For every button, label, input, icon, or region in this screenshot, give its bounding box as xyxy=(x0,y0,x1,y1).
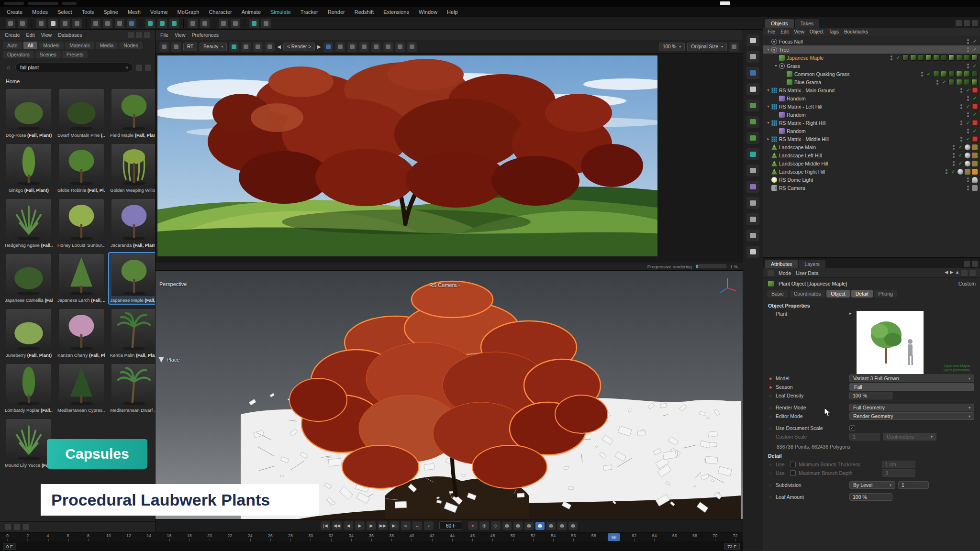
text-tool-icon[interactable] xyxy=(746,83,759,95)
model-dropdown[interactable]: Variant 3 Full-Grown▾ xyxy=(849,375,974,382)
next-frame-button[interactable]: ▶ xyxy=(367,521,376,530)
target-icon[interactable] xyxy=(746,148,759,160)
render-settings-icon[interactable] xyxy=(169,19,179,28)
attribute-tab-coordinates[interactable]: Coordinates xyxy=(790,290,825,298)
render-settings-icon[interactable] xyxy=(323,42,333,52)
tab-objects[interactable]: Objects xyxy=(765,19,794,28)
subdivision-field[interactable]: 1 xyxy=(898,481,929,489)
sound-button[interactable]: ♪ xyxy=(424,521,434,530)
visibility-dots-icon[interactable] xyxy=(946,169,947,174)
current-frame-field[interactable]: 60 F xyxy=(439,521,462,530)
move-tool-icon[interactable] xyxy=(746,34,759,46)
asset-item-japanese-maple[interactable]: Japanese Maple (Fall, ... xyxy=(108,252,155,305)
enabled-check-icon[interactable]: ✓ xyxy=(965,88,971,93)
tab-attributes[interactable]: Attributes xyxy=(765,260,798,268)
attribute-tab-detail[interactable]: Detail xyxy=(851,290,873,298)
visibility-dots-icon[interactable] xyxy=(967,112,969,117)
burger-icon[interactable] xyxy=(768,270,774,276)
live-selection-icon[interactable] xyxy=(36,19,46,28)
attribute-tab-object[interactable]: Object xyxy=(826,290,849,298)
coordinate-system-icon[interactable] xyxy=(127,19,136,28)
object-row-landscape-middle-hill[interactable]: Landscape Middle Hill✓ xyxy=(763,159,980,167)
visibility-dots-icon[interactable] xyxy=(960,104,962,109)
render-region-icon[interactable] xyxy=(746,213,759,225)
object-row-japanese-maple[interactable]: Japanese Maple✓ xyxy=(763,54,980,62)
mograph-icon[interactable] xyxy=(746,181,759,193)
object-row-random[interactable]: Random✓ xyxy=(763,94,980,102)
visibility-dots-icon[interactable] xyxy=(891,55,892,60)
sphere-icon[interactable] xyxy=(746,99,759,111)
material-swatch[interactable] xyxy=(956,79,962,85)
dome-tag-icon[interactable] xyxy=(972,177,978,183)
custom-label[interactable]: Custom xyxy=(958,281,976,287)
keyframe-selection-button[interactable]: ◇ xyxy=(491,521,501,530)
menu-volume[interactable]: Volume xyxy=(150,9,168,15)
lut-icon[interactable] xyxy=(407,42,417,52)
capsule-icon[interactable] xyxy=(261,19,271,28)
subdivision-dropdown[interactable]: By Level▾ xyxy=(849,481,895,489)
animate-dot-icon[interactable]: ○ xyxy=(768,496,773,499)
material-swatch[interactable] xyxy=(933,71,939,77)
material-swatch[interactable] xyxy=(941,71,947,77)
ipr-toggle-icon[interactable] xyxy=(229,42,239,52)
menu-simulate[interactable]: Simulate xyxy=(270,9,291,15)
render-view-menu-file[interactable]: File xyxy=(160,32,168,38)
enabled-check-icon[interactable]: ✓ xyxy=(972,39,978,44)
object-row-rs-matrix-main-ground[interactable]: ▾RS Matrix - Main Ground✓ xyxy=(763,86,980,94)
object-row-blue-grama[interactable]: Blue Grama✓ xyxy=(763,78,980,86)
asset-tab-all[interactable]: All xyxy=(23,42,38,49)
asset-item-japanese-camellia[interactable]: Japanese Camellia (Fal... xyxy=(3,252,55,305)
ab-prev-icon[interactable]: ◀ xyxy=(277,44,281,49)
object-manager-menu-bookmarks[interactable]: Bookmarks xyxy=(844,29,868,34)
enabled-check-icon[interactable]: ✓ xyxy=(965,104,971,109)
color-mixer-icon[interactable] xyxy=(383,42,393,52)
material-swatch[interactable] xyxy=(910,55,916,61)
modeling-axis-icon[interactable] xyxy=(219,19,228,28)
ab-next-icon[interactable]: ▶ xyxy=(317,44,321,49)
camera-label[interactable]: RS Camera ▾ xyxy=(429,282,460,288)
user-data-menu[interactable]: User Data xyxy=(796,270,818,276)
phong-tag-icon[interactable] xyxy=(965,161,970,166)
maximum-branch-depth-use-checkbox[interactable] xyxy=(790,470,796,476)
animate-dot-icon[interactable]: ○ xyxy=(768,427,773,430)
object-row-rs-camera[interactable]: RS Camera xyxy=(763,184,980,192)
render-view-menu-view[interactable]: View xyxy=(175,32,186,38)
place-tool-hud[interactable]: Place xyxy=(158,357,180,363)
cube-icon[interactable] xyxy=(746,67,759,79)
range-start-field[interactable]: 0 F xyxy=(3,543,16,550)
filter-icon[interactable] xyxy=(136,65,142,71)
record-rotation-toggle[interactable] xyxy=(524,522,534,530)
enabled-check-icon[interactable]: ✓ xyxy=(972,63,978,68)
menu-redshift[interactable]: Redshift xyxy=(355,9,374,15)
render-view-gear-icon[interactable] xyxy=(729,42,739,52)
expander-icon[interactable]: ▾ xyxy=(766,88,771,92)
gear-icon[interactable] xyxy=(241,42,251,52)
visibility-dots-icon[interactable] xyxy=(967,64,969,68)
foliage-icon[interactable] xyxy=(746,116,759,128)
mode-menu[interactable]: Mode xyxy=(779,270,791,276)
zoom-dropdown[interactable]: 100 % ▾ xyxy=(659,43,685,51)
dock-icon[interactable] xyxy=(128,32,134,38)
custom-scale-unit-dropdown[interactable]: Centimeters▾ xyxy=(883,433,936,441)
render-canvas[interactable] xyxy=(156,54,743,263)
pen-icon[interactable] xyxy=(746,246,759,258)
size-dropdown[interactable]: Original Size ▾ xyxy=(687,43,727,51)
phong-tag-icon[interactable] xyxy=(965,153,970,158)
snap-icon[interactable] xyxy=(200,19,210,28)
record-position-toggle[interactable] xyxy=(502,522,512,530)
asset-tab-media[interactable]: Media xyxy=(96,42,118,49)
visibility-dots-icon[interactable] xyxy=(967,96,969,101)
minimum-branch-thickness-use-checkbox[interactable] xyxy=(790,462,796,467)
menu-mesh[interactable]: Mesh xyxy=(128,9,141,15)
circle-icon[interactable] xyxy=(746,197,759,209)
enabled-check-icon[interactable]: ✓ xyxy=(965,136,971,142)
layout-icon[interactable] xyxy=(136,32,142,38)
leaf-density-field[interactable]: 100 % xyxy=(849,392,892,399)
perspective-viewport[interactable]: Perspective RS Camera ▾ Place xyxy=(156,271,743,519)
attribute-tab-phong[interactable]: Phong xyxy=(874,290,897,298)
autokeying-button[interactable]: ◎ xyxy=(479,521,489,530)
visibility-dots-icon[interactable] xyxy=(967,39,969,44)
render-view-icon[interactable] xyxy=(145,19,155,28)
asset-item-mediterranean-cypres[interactable]: Mediterranean Cypres... xyxy=(56,362,107,415)
renderer-dropdown[interactable]: Beauty ▾ xyxy=(200,43,227,51)
